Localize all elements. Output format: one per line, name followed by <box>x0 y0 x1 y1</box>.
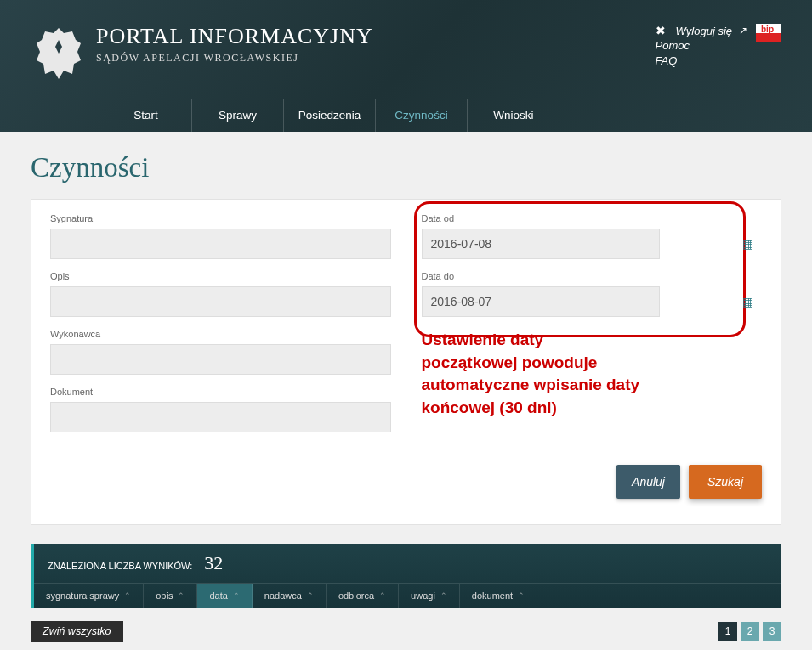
sort-sygnatura[interactable]: sygnatura sprawy⌃ <box>34 584 144 608</box>
opis-label: Opis <box>50 271 391 281</box>
search-panel: Sygnatura Opis Wykonawca Dokument <box>31 199 781 525</box>
results-label: ZNALEZIONA LICZBA WYNIKÓW: <box>48 561 192 571</box>
annotation-highlight <box>414 201 746 337</box>
nav-start[interactable]: Start <box>100 99 192 132</box>
sort-data[interactable]: data⌃ <box>197 584 252 608</box>
sort-caret-icon: ⌃ <box>233 591 240 600</box>
portal-title: PORTAL INFORMACYJNY <box>96 24 656 49</box>
faq-link[interactable]: FAQ <box>656 54 678 67</box>
bip-flag[interactable]: bip <box>756 24 781 42</box>
data-do-input[interactable] <box>422 286 660 317</box>
nav-sprawy[interactable]: Sprawy <box>192 99 284 132</box>
annotation-text: Ustawienie daty początkowej powoduje aut… <box>422 329 643 419</box>
help-link[interactable]: Pomoc <box>656 39 690 52</box>
sort-caret-icon: ⌃ <box>518 591 525 600</box>
dokument-label: Dokument <box>50 387 391 397</box>
sort-nadawca[interactable]: nadawca⌃ <box>253 584 327 608</box>
calendar-icon[interactable]: ▦ <box>742 295 753 308</box>
sort-odbiorca[interactable]: odbiorca⌃ <box>327 584 399 608</box>
opis-input[interactable] <box>50 286 391 317</box>
sort-caret-icon: ⌃ <box>440 591 447 600</box>
page-title: Czynności <box>31 152 781 184</box>
sygnatura-input[interactable] <box>50 229 391 259</box>
search-button[interactable]: Szukaj <box>689 465 762 499</box>
top-links: ✖ Wyloguj się ↗ Pomoc FAQ <box>656 24 747 68</box>
eagle-emblem <box>31 24 86 83</box>
nav-posiedzenia[interactable]: Posiedzenia <box>284 99 376 132</box>
results-count: 32 <box>204 552 223 574</box>
page-1[interactable]: 1 <box>718 622 737 641</box>
sort-caret-icon: ⌃ <box>307 591 314 600</box>
sygnatura-label: Sygnatura <box>50 213 391 223</box>
dokument-input[interactable] <box>50 402 391 432</box>
sort-caret-icon: ⌃ <box>124 591 131 600</box>
wykonawca-input[interactable] <box>50 344 391 375</box>
logout-link[interactable]: Wyloguj się <box>676 25 732 37</box>
wykonawca-label: Wykonawca <box>50 329 391 339</box>
nav-wnioski[interactable]: Wnioski <box>468 99 559 132</box>
calendar-icon[interactable]: ▦ <box>742 237 753 251</box>
collapse-all-button[interactable]: Zwiń wszystko <box>31 621 123 642</box>
header: PORTAL INFORMACYJNY SĄDÓW APELACJI WROCŁ… <box>0 0 812 132</box>
portal-subtitle: SĄDÓW APELACJI WROCŁAWSKIEJ <box>96 52 656 65</box>
results-bar: ZNALEZIONA LICZBA WYNIKÓW: 32 sygnatura … <box>31 544 781 608</box>
nav-czynnosci[interactable]: Czynności <box>376 99 468 132</box>
sort-opis[interactable]: opis⌃ <box>144 584 197 608</box>
sort-caret-icon: ⌃ <box>178 591 185 600</box>
sort-caret-icon: ⌃ <box>379 591 386 600</box>
tools-icon[interactable]: ✖ <box>656 24 666 37</box>
data-od-input[interactable] <box>422 229 660 259</box>
main-nav: Start Sprawy Posiedzenia Czynności Wnios… <box>0 83 812 132</box>
pager: 1 2 3 <box>718 622 781 641</box>
sort-dokument[interactable]: dokument⌃ <box>460 584 537 608</box>
cancel-button[interactable]: Anuluj <box>616 465 680 499</box>
external-icon: ↗ <box>739 25 747 37</box>
sort-uwagi[interactable]: uwagi⌃ <box>399 584 460 608</box>
bip-label: bip <box>761 25 774 34</box>
page-3[interactable]: 3 <box>763 622 781 641</box>
page-2[interactable]: 2 <box>741 622 759 641</box>
